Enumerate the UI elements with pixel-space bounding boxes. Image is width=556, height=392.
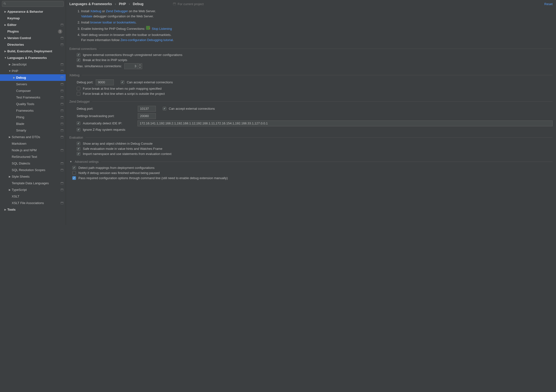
tutorial-link[interactable]: Zero-configuration Debugging tutorial <box>120 38 173 42</box>
cb-adv2[interactable] <box>72 171 76 175</box>
tree-item-php[interactable]: ▼PHP <box>0 68 66 74</box>
section-title-zend: Zend Debugger <box>69 100 553 103</box>
tree-item-composer[interactable]: Composer <box>0 87 66 94</box>
lbl-max-conn: Max. simultaneous connections: <box>77 64 122 68</box>
cb-ignore-external[interactable] <box>77 53 80 57</box>
spinner-max-conn[interactable]: ▲▼ <box>138 63 142 69</box>
svg-rect-19 <box>61 96 64 97</box>
crumb-1[interactable]: Languages & Frameworks <box>69 2 112 6</box>
svg-rect-37 <box>61 169 64 170</box>
tree-item-smarty[interactable]: Smarty <box>0 127 66 134</box>
tree-item-editor[interactable]: ▶Editor <box>0 22 66 28</box>
cb-force2[interactable] <box>77 92 80 96</box>
cb-break-first[interactable] <box>77 58 80 62</box>
chevron-up-icon[interactable]: ▲ <box>138 64 142 66</box>
cb-force1[interactable] <box>77 87 80 90</box>
project-icon <box>60 116 64 119</box>
tree-item-xslt[interactable]: XSLT <box>0 193 66 200</box>
tree-label: Plugins <box>7 30 58 33</box>
tree-label: Keymap <box>7 16 64 20</box>
tree-item-sql-dialects[interactable]: SQL Dialects <box>0 160 66 167</box>
chevron-down-icon[interactable]: ▼ <box>138 66 142 69</box>
cb-eval1[interactable] <box>77 142 80 145</box>
tree-item-restructured-text[interactable]: ReStructured Text <box>0 153 66 160</box>
cb-zray[interactable] <box>77 128 80 131</box>
xdebug-link[interactable]: Xdebug <box>90 9 101 13</box>
zend-link[interactable]: Zend Debugger <box>106 9 128 13</box>
input-ips[interactable] <box>138 120 553 126</box>
chevron-right-icon: ▶ <box>3 10 7 13</box>
tree-item-typescript[interactable]: ▶TypeScript <box>0 186 66 193</box>
tree-item-quality-tools[interactable]: Quality Tools <box>0 101 66 107</box>
tree-item-debug[interactable]: ▶Debug <box>0 74 66 81</box>
input-xdebug-port[interactable] <box>96 79 114 85</box>
tree-item-tools[interactable]: ▶Tools <box>0 206 66 213</box>
tree-item-template-data-languages[interactable]: Template Data Languages <box>0 180 66 186</box>
tree-label: ReStructured Text <box>12 155 64 159</box>
tree-item-languages-frameworks[interactable]: ▼Languages & Frameworks <box>0 54 66 61</box>
svg-point-0 <box>4 3 5 4</box>
input-bcast[interactable] <box>138 113 156 119</box>
cb-zend-accept[interactable] <box>163 107 166 110</box>
tree-item-plugins[interactable]: Plugins1 <box>0 28 66 35</box>
tree-item-test-frameworks[interactable]: Test Frameworks <box>0 94 66 101</box>
step-4: Start debug session in browser with the … <box>81 33 553 43</box>
cb-adv3[interactable] <box>72 176 76 180</box>
tree-item-phing[interactable]: Phing <box>0 114 66 120</box>
tree-item-markdown[interactable]: Markdown <box>0 140 66 147</box>
tree-item-blade[interactable]: Blade <box>0 120 66 127</box>
svg-rect-21 <box>61 103 64 104</box>
lbl-force1: Force break at first line when no path m… <box>83 87 161 90</box>
tree-item-frameworks[interactable]: Frameworks <box>0 107 66 114</box>
search-input[interactable] <box>2 1 64 7</box>
cb-xdebug-accept[interactable] <box>121 80 124 84</box>
tree-label: SQL Dialects <box>12 162 60 165</box>
step-1: Install Xdebug or Zend Debugger on the W… <box>81 9 553 19</box>
tree-label: Blade <box>16 122 60 126</box>
lbl-adv1: Detect path mappings from deployment con… <box>78 166 154 170</box>
input-zend-port[interactable] <box>138 106 156 112</box>
content-area: Install Xdebug or Zend Debugger on the W… <box>66 8 556 225</box>
tree-item-servers[interactable]: Servers <box>0 81 66 87</box>
tree-item-schemas-and-dtds[interactable]: ▶Schemas and DTDs <box>0 134 66 140</box>
svg-rect-31 <box>61 136 64 137</box>
tree-item-xslt-file-associations[interactable]: XSLT File Associations <box>0 200 66 206</box>
svg-rect-3 <box>61 24 64 24</box>
breadcrumb: Languages & Frameworks › PHP › Debug <box>69 2 143 6</box>
tree-item-keymap[interactable]: Keymap <box>0 15 66 22</box>
project-icon <box>60 168 64 172</box>
tree-item-version-control[interactable]: ▶Version Control <box>0 35 66 41</box>
tree-item-appearance-behavior[interactable]: ▶Appearance & Behavior <box>0 8 66 15</box>
tree-item-directories[interactable]: Directories <box>0 41 66 48</box>
cb-adv1[interactable] <box>72 166 76 170</box>
input-max-conn[interactable] <box>124 63 138 69</box>
setup-steps: Install Xdebug or Zend Debugger on the W… <box>69 9 553 43</box>
tree-item-style-sheets[interactable]: ▶Style Sheets <box>0 173 66 180</box>
validate-link[interactable]: Validate <box>81 14 92 18</box>
svg-rect-25 <box>61 116 64 117</box>
crumb-2[interactable]: PHP <box>119 2 126 6</box>
lbl-eval1: Show array and object children in Debug … <box>83 142 152 145</box>
cb-auto-ip[interactable] <box>77 121 80 125</box>
svg-rect-11 <box>61 70 64 71</box>
section-title-advanced[interactable]: ▼Advanced settings <box>69 160 553 163</box>
main-panel: Languages & Frameworks › PHP › Debug For… <box>66 0 556 225</box>
step-2: Install browser toolbar or bookmarklets. <box>81 20 553 25</box>
stop-listening-link[interactable]: Stop Listening <box>152 27 172 31</box>
chevron-right-icon: ▶ <box>3 37 7 39</box>
project-icon <box>60 122 64 126</box>
section-title-eval: Evaluation <box>69 136 553 139</box>
project-icon <box>60 63 64 66</box>
reset-link[interactable]: Reset <box>544 2 553 6</box>
project-icon <box>60 76 64 79</box>
section-title-xdebug: Xdebug <box>69 74 553 77</box>
svg-rect-17 <box>61 90 64 90</box>
tree-item-node-js-and-npm[interactable]: Node.js and NPM <box>0 147 66 153</box>
cb-eval3[interactable] <box>77 152 80 156</box>
tree-item-sql-resolution-scopes[interactable]: SQL Resolution Scopes <box>0 167 66 173</box>
cb-eval2[interactable] <box>77 147 80 151</box>
tree-item-build-execution-deployment[interactable]: ▶Build, Execution, Deployment <box>0 48 66 54</box>
search-wrap <box>0 0 66 8</box>
bookmarklets-link[interactable]: browser toolbar or bookmarklets <box>90 21 136 24</box>
tree-item-javascript[interactable]: ▶JavaScript <box>0 61 66 68</box>
